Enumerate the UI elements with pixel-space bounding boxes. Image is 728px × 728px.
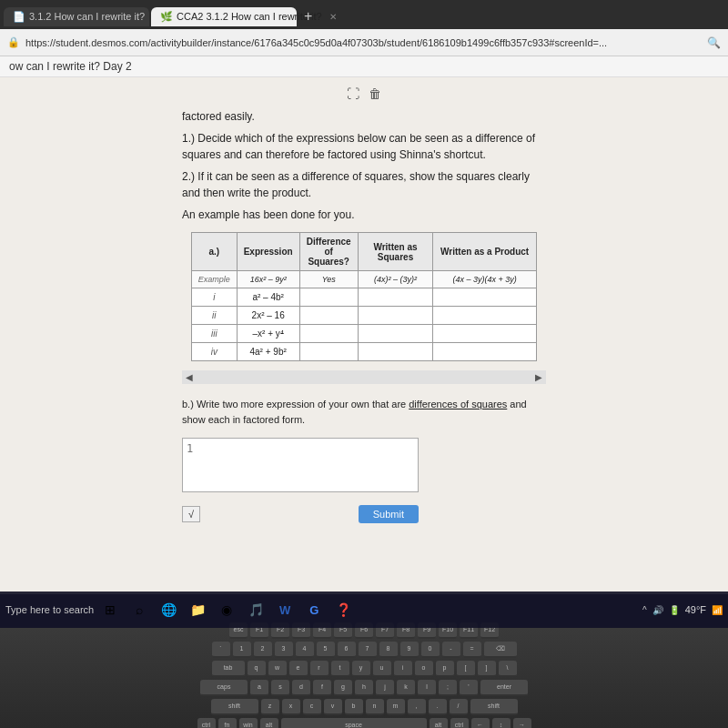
key-6[interactable]: 6 bbox=[338, 642, 356, 658]
key-arrow-left[interactable]: ← bbox=[471, 718, 490, 729]
key-w[interactable]: w bbox=[268, 661, 287, 677]
key-shift-left[interactable]: shift bbox=[211, 699, 258, 715]
taskbar-windows-icon[interactable]: ⊞ bbox=[97, 597, 123, 622]
tab-inactive[interactable]: 📄 3.1.2 How can I rewrite it? ✕ bbox=[4, 7, 149, 26]
key-q[interactable]: q bbox=[248, 661, 266, 677]
row-prod-ii[interactable] bbox=[433, 307, 537, 325]
key-1[interactable]: 1 bbox=[233, 642, 251, 658]
key-semicolon[interactable]: ; bbox=[439, 680, 457, 696]
tab-active[interactable]: 🌿 CCA2 3.1.2 How can I rewrite it? ✕ bbox=[151, 7, 297, 26]
tab-close-2[interactable]: ✕ bbox=[329, 12, 337, 22]
key-o[interactable]: o bbox=[415, 661, 433, 677]
key-space[interactable]: space bbox=[281, 718, 427, 729]
volume-icon[interactable]: 🔊 bbox=[652, 605, 663, 615]
battery-icon[interactable]: 🔋 bbox=[669, 605, 680, 615]
key-arrow-right[interactable]: → bbox=[513, 718, 531, 729]
key-c[interactable]: c bbox=[303, 699, 321, 715]
key-alt-right[interactable]: alt bbox=[430, 718, 448, 729]
row-diff-i[interactable] bbox=[299, 288, 358, 307]
key-arrow-updown[interactable]: ↕ bbox=[492, 718, 511, 729]
key-u[interactable]: u bbox=[373, 661, 391, 677]
network-icon[interactable]: 📶 bbox=[712, 605, 723, 615]
key-z[interactable]: z bbox=[261, 699, 279, 715]
key-slash[interactable]: / bbox=[450, 699, 468, 715]
key-backspace[interactable]: ⌫ bbox=[484, 642, 517, 658]
key-m[interactable]: m bbox=[387, 699, 405, 715]
key-i[interactable]: i bbox=[394, 661, 412, 677]
taskbar-word-icon[interactable]: W bbox=[272, 597, 298, 622]
key-t[interactable]: t bbox=[331, 661, 349, 677]
key-tab[interactable]: tab bbox=[212, 661, 245, 677]
key-backslash[interactable]: \ bbox=[499, 661, 517, 677]
delete-icon[interactable]: 🗑 bbox=[369, 86, 381, 101]
key-ctrl-right[interactable]: ctrl bbox=[450, 718, 469, 729]
sqrt-button[interactable]: √ bbox=[182, 506, 200, 522]
key-0[interactable]: 0 bbox=[421, 642, 440, 658]
key-d[interactable]: d bbox=[292, 680, 310, 696]
key-minus[interactable]: - bbox=[442, 642, 460, 658]
answer-input[interactable] bbox=[182, 438, 419, 492]
key-3[interactable]: 3 bbox=[275, 642, 293, 658]
row-sq-ii[interactable] bbox=[358, 307, 433, 325]
key-equals[interactable]: = bbox=[463, 642, 481, 658]
key-alt-left[interactable]: alt bbox=[260, 718, 278, 729]
key-enter[interactable]: enter bbox=[480, 680, 528, 696]
key-comma[interactable]: , bbox=[408, 699, 426, 715]
submit-button[interactable]: Submit bbox=[359, 505, 419, 523]
row-sq-iv[interactable] bbox=[358, 343, 433, 361]
taskbar-edge-icon[interactable]: 🌐 bbox=[156, 597, 181, 622]
key-caps[interactable]: caps bbox=[200, 680, 248, 696]
key-x[interactable]: x bbox=[282, 699, 300, 715]
row-prod-i[interactable] bbox=[433, 288, 537, 307]
key-5[interactable]: 5 bbox=[317, 642, 335, 658]
key-l[interactable]: l bbox=[418, 680, 436, 696]
key-j[interactable]: j bbox=[376, 680, 394, 696]
key-f[interactable]: f bbox=[313, 680, 331, 696]
key-ctrl-left[interactable]: ctrl bbox=[197, 718, 216, 729]
row-sq-iii[interactable] bbox=[358, 325, 433, 343]
row-diff-ii[interactable] bbox=[299, 307, 358, 325]
key-backtick[interactable]: ` bbox=[212, 642, 230, 658]
key-win[interactable]: win bbox=[239, 718, 258, 729]
key-2[interactable]: 2 bbox=[254, 642, 272, 658]
key-shift-right[interactable]: shift bbox=[470, 699, 518, 715]
key-r[interactable]: r bbox=[310, 661, 329, 677]
scroll-right-icon[interactable]: ▶ bbox=[535, 372, 542, 382]
key-p[interactable]: p bbox=[436, 661, 454, 677]
key-period[interactable]: . bbox=[429, 699, 447, 715]
key-8[interactable]: 8 bbox=[379, 642, 398, 658]
key-s[interactable]: s bbox=[271, 680, 289, 696]
key-y[interactable]: y bbox=[352, 661, 370, 677]
row-prod-iv[interactable] bbox=[433, 343, 537, 361]
taskbar-google-icon[interactable]: G bbox=[301, 597, 327, 622]
key-9[interactable]: 9 bbox=[400, 642, 419, 658]
expand-icon[interactable]: ⛶ bbox=[347, 86, 359, 101]
key-v[interactable]: v bbox=[324, 699, 342, 715]
taskbar-music-icon[interactable]: 🎵 bbox=[243, 597, 268, 622]
key-b[interactable]: b bbox=[345, 699, 363, 715]
row-diff-iv[interactable] bbox=[299, 343, 358, 361]
new-tab-button[interactable]: + bbox=[298, 8, 318, 25]
search-icon[interactable]: 🔍 bbox=[707, 36, 721, 49]
url-text[interactable]: https://student.desmos.com/activitybuild… bbox=[25, 37, 702, 48]
key-k[interactable]: k bbox=[397, 680, 415, 696]
scroll-bar[interactable]: ◀ ▶ bbox=[182, 370, 546, 384]
key-g[interactable]: g bbox=[334, 680, 352, 696]
key-lbracket[interactable]: [ bbox=[457, 661, 475, 677]
key-rbracket[interactable]: ] bbox=[478, 661, 496, 677]
key-a[interactable]: a bbox=[250, 680, 268, 696]
key-fn[interactable]: fn bbox=[218, 718, 237, 729]
key-e[interactable]: e bbox=[289, 661, 308, 677]
key-quote[interactable]: ' bbox=[460, 680, 478, 696]
taskbar-circle-icon[interactable]: ◉ bbox=[214, 597, 239, 622]
row-diff-iii[interactable] bbox=[299, 325, 358, 343]
key-4[interactable]: 4 bbox=[296, 642, 314, 658]
row-sq-i[interactable] bbox=[358, 288, 433, 307]
taskbar-search-icon[interactable]: ⌕ bbox=[126, 597, 152, 622]
system-tray-expand[interactable]: ^ bbox=[642, 605, 647, 615]
taskbar-folder-icon[interactable]: 📁 bbox=[185, 597, 210, 622]
taskbar-help-icon[interactable]: ❓ bbox=[330, 597, 356, 622]
scroll-left-icon[interactable]: ◀ bbox=[186, 372, 193, 382]
key-7[interactable]: 7 bbox=[359, 642, 377, 658]
key-h[interactable]: h bbox=[355, 680, 373, 696]
